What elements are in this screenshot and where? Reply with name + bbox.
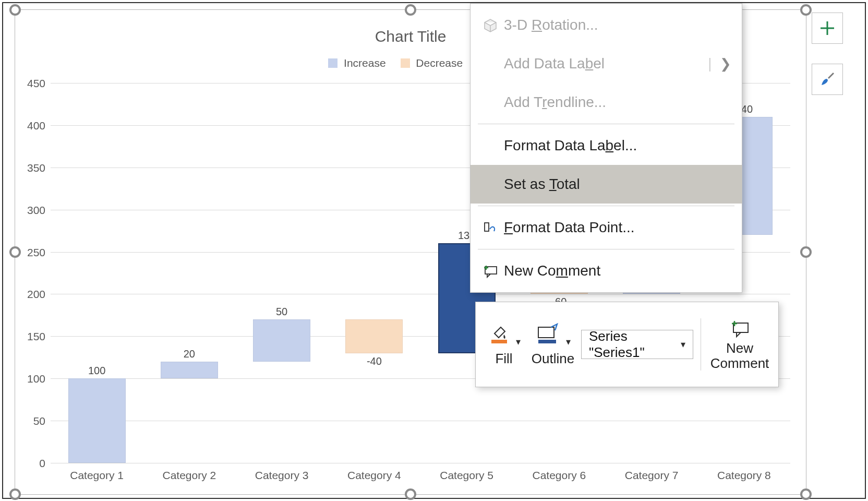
context-menu: 3-D Rotation... Add Data Label | ❯ Add T… bbox=[470, 3, 742, 293]
chevron-down-icon: ▾ bbox=[516, 336, 521, 348]
comment-plus-icon bbox=[477, 263, 504, 279]
x-tick-label: Category 4 bbox=[347, 469, 401, 482]
gridline: 0 bbox=[51, 463, 790, 463]
outline-icon bbox=[535, 322, 560, 345]
resize-handle[interactable] bbox=[9, 488, 21, 500]
y-tick-label: 200 bbox=[19, 288, 45, 301]
resize-handle[interactable] bbox=[405, 488, 416, 500]
format-icon bbox=[477, 220, 504, 235]
resize-handle[interactable] bbox=[405, 4, 416, 16]
y-tick-label: 400 bbox=[19, 120, 45, 132]
x-tick-label: Category 6 bbox=[533, 469, 586, 482]
bar[interactable] bbox=[345, 319, 403, 353]
svg-rect-9 bbox=[733, 323, 748, 332]
resize-handle[interactable] bbox=[9, 246, 21, 258]
plus-icon bbox=[818, 19, 836, 37]
bar[interactable] bbox=[253, 319, 310, 362]
menu-separator bbox=[478, 206, 734, 206]
y-tick-label: 100 bbox=[19, 373, 45, 385]
legend-label-increase: Increase bbox=[344, 57, 386, 69]
x-tick-label: Category 1 bbox=[70, 469, 124, 482]
outline-button[interactable]: ▾ Outline bbox=[532, 322, 574, 367]
menu-add-data-label: Add Data Label | ❯ bbox=[471, 44, 742, 83]
chevron-right-icon: ❯ bbox=[720, 56, 731, 72]
legend-swatch-decrease bbox=[401, 58, 410, 68]
new-comment-button[interactable]: NewComment bbox=[708, 318, 771, 371]
menu-format-data-point[interactable]: Format Data Point... bbox=[471, 208, 742, 247]
x-tick-label: Category 2 bbox=[163, 469, 216, 482]
svg-rect-8 bbox=[538, 340, 556, 343]
legend-swatch-increase bbox=[328, 58, 337, 68]
brush-icon bbox=[817, 69, 837, 89]
mini-toolbar: ▾ Fill ▾ Outline Series "Series1" ▾ bbox=[475, 302, 779, 387]
fill-button[interactable]: ▾ Fill bbox=[483, 322, 525, 367]
svg-rect-2 bbox=[485, 223, 489, 231]
chevron-down-icon: ▾ bbox=[566, 336, 571, 348]
resize-handle[interactable] bbox=[800, 4, 812, 16]
bar[interactable] bbox=[161, 362, 218, 378]
svg-rect-6 bbox=[491, 340, 507, 343]
menu-new-comment[interactable]: New Comment bbox=[471, 252, 742, 290]
x-tick-label: Category 8 bbox=[717, 469, 771, 482]
menu-3d-rotation: 3-D Rotation... bbox=[471, 6, 742, 44]
data-label[interactable]: 100 bbox=[88, 365, 105, 377]
resize-handle[interactable] bbox=[800, 488, 812, 500]
resize-handle[interactable] bbox=[800, 246, 812, 258]
y-tick-label: 0 bbox=[19, 457, 45, 470]
gridline: 200 bbox=[51, 294, 790, 294]
paintbucket-icon bbox=[487, 322, 510, 345]
data-label[interactable]: -40 bbox=[367, 355, 382, 367]
toolbar-divider bbox=[701, 318, 701, 371]
screenshot-frame: Chart Title Increase Decrease To 0501001… bbox=[2, 2, 866, 499]
cube-icon bbox=[477, 17, 504, 33]
x-tick-label: Category 5 bbox=[440, 469, 493, 482]
x-tick-label: Category 3 bbox=[255, 469, 309, 482]
x-tick-label: Category 7 bbox=[625, 469, 679, 482]
y-tick-label: 50 bbox=[19, 415, 45, 427]
y-tick-label: 150 bbox=[19, 330, 45, 343]
resize-handle[interactable] bbox=[9, 4, 21, 16]
y-tick-label: 450 bbox=[19, 77, 45, 90]
menu-set-as-total[interactable]: Set as Total bbox=[471, 165, 742, 204]
y-tick-label: 250 bbox=[19, 246, 45, 259]
menu-separator bbox=[478, 249, 734, 249]
bar[interactable] bbox=[68, 378, 126, 463]
menu-separator bbox=[478, 124, 734, 124]
chart-styles-button[interactable] bbox=[812, 64, 843, 95]
gridline: 50 bbox=[51, 421, 790, 421]
chart-elements-button[interactable] bbox=[812, 13, 843, 44]
svg-rect-7 bbox=[538, 327, 554, 338]
series-selector[interactable]: Series "Series1" ▾ bbox=[581, 330, 693, 359]
data-label[interactable]: 50 bbox=[276, 306, 287, 318]
legend-label-decrease: Decrease bbox=[416, 57, 463, 69]
y-tick-label: 300 bbox=[19, 204, 45, 217]
comment-plus-icon bbox=[728, 318, 751, 339]
menu-format-data-label[interactable]: Format Data Label... bbox=[471, 126, 742, 165]
data-label[interactable]: 20 bbox=[184, 348, 195, 360]
menu-add-trendline: Add Trendline... bbox=[471, 83, 742, 122]
chevron-down-icon: ▾ bbox=[681, 339, 685, 350]
y-tick-label: 350 bbox=[19, 162, 45, 174]
